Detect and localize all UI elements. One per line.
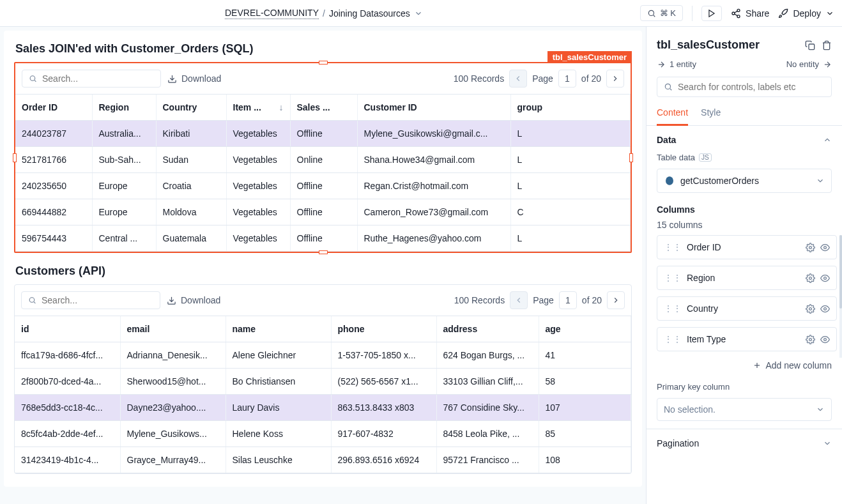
column-item[interactable]: ⋮⋮ Item Type bbox=[657, 327, 837, 351]
tab-content[interactable]: Content bbox=[657, 103, 688, 126]
resize-handle-left[interactable] bbox=[13, 153, 17, 162]
copy-icon[interactable] bbox=[805, 40, 815, 50]
table-row[interactable]: 596754443Central ...GuatemalaVegetablesO… bbox=[15, 225, 631, 252]
col-header[interactable]: Country bbox=[156, 95, 226, 121]
page-number[interactable]: 1 bbox=[558, 70, 576, 88]
trash-icon[interactable] bbox=[822, 40, 832, 50]
add-column-button[interactable]: Add new column bbox=[647, 358, 842, 379]
panel-search[interactable] bbox=[657, 77, 832, 97]
next-page-button[interactable] bbox=[606, 70, 624, 88]
table-cell: Vegetables bbox=[226, 173, 290, 199]
table-cell: Online bbox=[290, 147, 357, 173]
download-label: Download bbox=[181, 295, 220, 305]
drag-handle-icon[interactable]: ⋮⋮ bbox=[664, 303, 682, 314]
resize-handle-top[interactable] bbox=[319, 61, 328, 65]
chevron-down-icon[interactable] bbox=[414, 9, 423, 18]
tab-style[interactable]: Style bbox=[701, 103, 721, 125]
download-button[interactable]: Download bbox=[167, 295, 220, 305]
search-input[interactable] bbox=[42, 295, 153, 305]
entity-in[interactable]: 1 entity bbox=[670, 59, 696, 69]
table-data-label: Table data bbox=[657, 153, 695, 162]
table-row[interactable]: ffca179a-d686-4fcf...Adrianna_Denesik...… bbox=[15, 342, 631, 369]
table-row[interactable]: 244023787Australia...KiribatiVegetablesO… bbox=[15, 121, 631, 147]
table-row[interactable]: 669444882EuropeMoldovaVegetablesOfflineC… bbox=[15, 199, 631, 225]
col-header[interactable]: Customer ID bbox=[357, 95, 510, 121]
col-header[interactable]: name bbox=[226, 316, 331, 342]
col-header[interactable]: Sales ... bbox=[290, 95, 357, 121]
eye-icon[interactable] bbox=[820, 273, 830, 283]
col-header[interactable]: email bbox=[120, 316, 226, 342]
breadcrumb-page[interactable]: Joining Datasources bbox=[329, 8, 410, 19]
table-cell: Mylene_Gusikowski@gmail.c... bbox=[357, 121, 510, 147]
chevron-down-icon[interactable] bbox=[823, 439, 832, 448]
drag-handle-icon[interactable]: ⋮⋮ bbox=[664, 273, 682, 283]
prev-page-button[interactable] bbox=[509, 70, 527, 88]
table-row[interactable]: 521781766Sub-Sah...SudanVegetablesOnline… bbox=[15, 147, 631, 173]
eye-icon[interactable] bbox=[820, 243, 830, 252]
gear-icon[interactable] bbox=[806, 304, 815, 314]
panel-search-input[interactable] bbox=[678, 82, 825, 92]
table-cell: Vegetables bbox=[226, 121, 290, 147]
pk-select[interactable]: No selection. bbox=[657, 398, 832, 421]
download-icon bbox=[167, 296, 176, 305]
table-cell: 2f800b70-dced-4a... bbox=[15, 369, 120, 395]
eye-icon[interactable] bbox=[820, 335, 830, 344]
drag-handle-icon[interactable]: ⋮⋮ bbox=[664, 242, 682, 252]
column-item[interactable]: ⋮⋮ Order ID bbox=[657, 235, 837, 259]
widget-badge: tbl_salesCustomer bbox=[547, 51, 632, 63]
canvas: Sales JOIN'ed with Customer_Orders (SQL)… bbox=[0, 27, 646, 504]
column-item[interactable]: ⋮⋮ Region bbox=[657, 266, 837, 290]
resize-handle-right[interactable] bbox=[629, 153, 633, 162]
chevron-up-icon[interactable] bbox=[823, 135, 832, 144]
table-row[interactable]: 8c5fc4ab-2dde-4ef...Mylene_Gusikows...He… bbox=[15, 421, 631, 447]
share-button[interactable]: Share bbox=[731, 8, 769, 19]
col-header[interactable]: Item ...↓ bbox=[226, 95, 290, 121]
table-cell: Moldova bbox=[156, 199, 226, 225]
gear-icon[interactable] bbox=[806, 335, 815, 344]
search-box[interactable] bbox=[21, 291, 160, 309]
entity-out[interactable]: No entity bbox=[786, 59, 819, 69]
pk-label: Primary key column bbox=[657, 382, 730, 392]
table-cell: 521781766 bbox=[15, 147, 92, 173]
table-cell: Offline bbox=[290, 225, 357, 252]
prev-page-button[interactable] bbox=[510, 291, 528, 309]
table-widget-sales[interactable]: tbl_salesCustomer Download bbox=[14, 62, 632, 253]
table-row[interactable]: 31423419-4b1c-4...Grayce_Murray49...Sila… bbox=[15, 447, 631, 473]
scrollbar[interactable] bbox=[839, 235, 842, 358]
col-header[interactable]: id bbox=[15, 316, 120, 342]
table-row[interactable]: 240235650EuropeCroatiaVegetablesOfflineR… bbox=[15, 173, 631, 199]
command-palette-button[interactable]: ⌘ K bbox=[640, 5, 683, 21]
table-cell: Silas Leuschke bbox=[226, 447, 331, 473]
deploy-button[interactable]: Deploy bbox=[778, 8, 834, 19]
col-header[interactable]: Order ID bbox=[15, 95, 92, 121]
table-widget-customers[interactable]: Download 100 Records Page 1 of 20 bbox=[14, 284, 632, 474]
search-box[interactable] bbox=[22, 70, 161, 88]
col-header[interactable]: phone bbox=[331, 316, 436, 342]
js-badge: JS bbox=[699, 153, 712, 162]
page-number[interactable]: 1 bbox=[559, 291, 577, 309]
next-page-button[interactable] bbox=[607, 291, 625, 309]
table-row[interactable]: 2f800b70-dced-4a...Sherwood15@hot...Bo C… bbox=[15, 369, 631, 395]
download-button[interactable]: Download bbox=[167, 73, 221, 84]
table-cell: Bo Christiansen bbox=[226, 369, 331, 395]
breadcrumb-project[interactable]: DEVREL-COMMUNITY bbox=[225, 8, 319, 19]
search-input[interactable] bbox=[42, 73, 154, 84]
eye-icon[interactable] bbox=[820, 304, 830, 314]
table-row[interactable]: 768e5dd3-cc18-4c...Dayne23@yahoo....Laur… bbox=[15, 395, 631, 421]
table-cell: 95721 Francisco ... bbox=[436, 447, 539, 473]
col-header[interactable]: address bbox=[436, 316, 539, 342]
col-header[interactable]: age bbox=[539, 316, 631, 342]
table-data-select[interactable]: getCustomerOrders bbox=[657, 169, 832, 193]
gear-icon[interactable] bbox=[806, 243, 815, 252]
table-cell: Europe bbox=[92, 173, 156, 199]
col-header[interactable]: group bbox=[510, 95, 631, 121]
pagination-header[interactable]: Pagination bbox=[657, 438, 699, 448]
svg-point-21 bbox=[824, 246, 827, 248]
gear-icon[interactable] bbox=[806, 273, 815, 283]
column-item[interactable]: ⋮⋮ Country bbox=[657, 296, 837, 321]
svg-point-20 bbox=[809, 246, 812, 248]
play-button[interactable] bbox=[701, 6, 722, 21]
resize-handle-bottom[interactable] bbox=[319, 250, 328, 254]
col-header[interactable]: Region bbox=[92, 95, 156, 121]
drag-handle-icon[interactable]: ⋮⋮ bbox=[664, 334, 682, 344]
